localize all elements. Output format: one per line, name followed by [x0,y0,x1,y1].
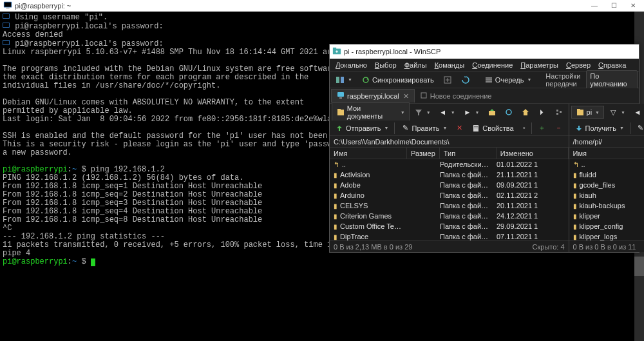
close-button[interactable]: ✕ [623,1,643,11]
col-type[interactable]: Тип [440,148,497,159]
minimize-button[interactable]: — [585,1,604,11]
btn-refresh[interactable] [458,74,473,86]
folder-up-icon [488,108,497,117]
col-name[interactable]: Имя [330,148,407,159]
table-row[interactable]: ▮klipper [569,211,644,221]
root-icon: 🞂 [538,108,547,117]
local-file-list[interactable]: Имя Размер Тип Изменено ↰..Родительский … [330,148,569,240]
menu-параметры[interactable]: Параметры [517,60,562,70]
maximize-button[interactable]: ☐ [604,1,623,11]
nav-tree[interactable] [551,106,567,118]
svg-rect-21 [337,109,341,110]
nav-back[interactable]: ◄▼ [435,106,459,118]
winscp-toolbar-main: ▼ Синхронизировать Очередь▼ Настройки пе… [330,72,639,88]
winscp-title: pi - raspberrypi.local - WinSCP [344,48,440,55]
table-row[interactable]: ▮gcode_files [569,180,644,190]
props-button[interactable]: Свойства [468,122,516,134]
session-tabs: raspberrypi.local ✕ Новое соединение [330,88,639,104]
table-row[interactable]: ▮Custom Office Templ...Папка с файлами29… [330,221,569,231]
svg-rect-28 [474,126,478,127]
table-row[interactable]: ▮ArduinoПапка с файлами02.11.2021 2 [330,190,569,200]
svg-rect-11 [336,77,339,83]
local-statusbar: 0 B из 2,13 MB в 0 из 29 Скрыто: 4 [330,240,569,252]
remote-actions: Получить▼ ✎Править▼ [569,121,644,136]
refresh-icon [504,108,513,117]
svg-rect-2 [6,8,9,8]
table-row[interactable]: ▮klipper_config [569,221,644,231]
menu-выбор[interactable]: Выбор [372,60,400,70]
winscp-titlebar[interactable]: pi - raspberrypi.local - WinSCP [330,44,639,59]
svg-rect-30 [577,110,583,115]
remote-statusbar: 0 B из 0 B в 0 из 11 [569,240,644,252]
scrollbar-thumb[interactable] [634,257,644,276]
delete-button[interactable]: ✕ [451,122,467,134]
svg-rect-20 [337,110,344,115]
table-row[interactable]: ▮kiauh-backups [569,200,644,211]
close-icon[interactable]: ✕ [403,92,409,101]
table-row[interactable]: ▮klipper_logs [569,231,644,240]
btn-local-remote[interactable]: ▼ [332,74,355,86]
computer-icon [337,92,345,101]
delete-icon: ✕ [455,124,464,133]
col-size[interactable]: Размер [407,148,440,159]
edit-button[interactable]: ✎Править▼ [397,122,450,134]
tab-session[interactable]: raspberrypi.local ✕ [331,89,415,102]
btn-sync-browse[interactable] [440,74,455,86]
svg-rect-8 [3,41,9,44]
filter-icon [414,108,423,117]
nav-filter[interactable]: ▼ [411,106,434,118]
svg-rect-26 [560,111,562,113]
table-row[interactable]: ▮fluidd [569,170,644,180]
table-row[interactable]: ▮AdobeПапка с файлами09.09.2021 1 [330,180,569,190]
putty-icon [3,1,12,11]
btn-sync[interactable]: Синхронизировать [358,74,437,86]
menu-локально[interactable]: Локально [332,60,370,70]
edit-button[interactable]: ✎Править▼ [633,122,644,134]
col-name[interactable]: Имя [569,148,644,159]
upload-button[interactable]: Отправить▼ [332,122,392,134]
menu-справка[interactable]: Справка [595,60,629,70]
sync-icon [361,75,370,84]
remote-folder-selector[interactable]: pi ▼ [571,106,605,119]
transfer-preset[interactable]: По умолчанию [586,70,638,90]
nav-up[interactable] [484,106,500,118]
table-row[interactable]: ▮Criterion GamesПапка с файлами24.12.202… [330,211,569,221]
table-row[interactable]: ↰.. [569,159,644,170]
nav-root[interactable]: 🞂 [535,106,550,118]
upload-icon [335,124,344,133]
menu-соединение[interactable]: Соединение [469,60,516,70]
remote-file-list[interactable]: Имя ↰..▮fluidd▮gcode_files▮kiauh▮kiauh-b… [569,148,644,240]
table-row[interactable]: ↰..Родительский кат...01.01.2022 1 [330,159,569,170]
svg-rect-25 [556,113,558,115]
folder-icon [576,108,585,117]
arrow-left-icon: ◄ [633,108,642,117]
nav-filter[interactable]: ▽▼ [605,106,629,118]
tab-new-session[interactable]: Новое соединение [415,90,497,102]
btn-queue[interactable]: Очередь▼ [481,74,535,86]
menu-сервер[interactable]: Сервер [563,60,594,70]
nav-refresh[interactable] [501,106,516,118]
putty-titlebar[interactable]: pi@raspberrypi: ~ — ☐ ✕ [0,0,644,12]
plus-button[interactable]: ＋ [535,122,550,134]
transfer-settings-label: Настройки передачи [542,71,583,89]
table-row[interactable]: ▮kiauh [569,190,644,200]
new-session-icon [420,92,428,101]
nav-back[interactable]: ◄▼ [630,106,644,118]
new-button[interactable]: » [518,124,529,132]
sync-browse-icon [443,75,452,84]
nav-fwd[interactable]: ►▼ [460,106,483,118]
table-row[interactable]: ▮CELSYSПапка с файлами20.11.2021 1 [330,200,569,211]
menu-файлы[interactable]: Файлы [401,60,430,70]
col-modified[interactable]: Изменено [497,148,569,159]
local-path[interactable]: C:\Users\VanDarkholme\Documents\ [330,136,569,148]
svg-rect-24 [556,110,558,112]
download-button[interactable]: Получить▼ [571,122,627,134]
local-folder-selector[interactable]: Мои документы ▼ [332,102,410,122]
svg-rect-15 [486,79,492,81]
minus-button[interactable]: － [551,122,567,134]
table-row[interactable]: ▮DipTraceПапка с файлами07.11.2021 1 [330,231,569,240]
menu-команды[interactable]: Команды [431,60,468,70]
remote-path[interactable]: /home/pi/ [569,136,644,148]
nav-home[interactable] [518,106,533,118]
table-row[interactable]: ▮ActivisionПапка с файлами21.11.2021 1 [330,170,569,180]
